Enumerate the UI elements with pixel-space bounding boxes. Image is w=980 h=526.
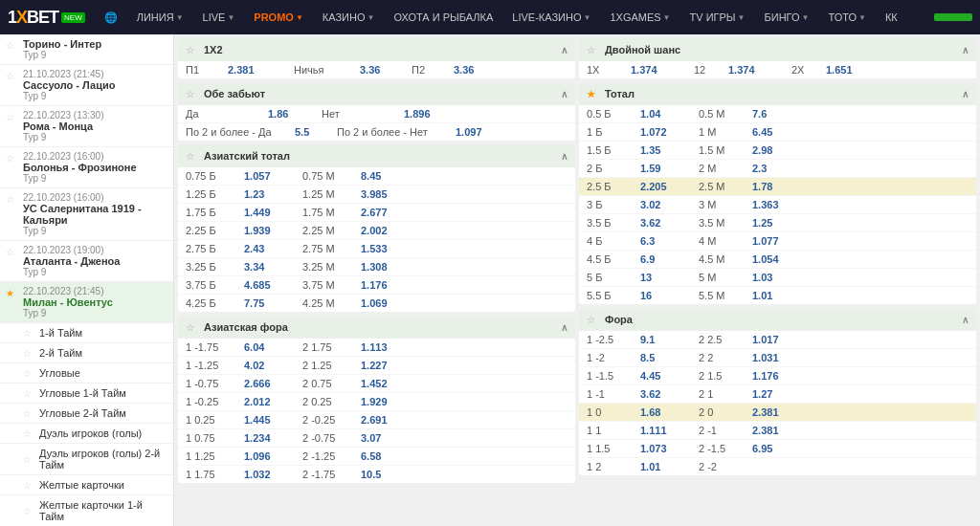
sidebar-section-yellow1[interactable]: ☆ Желтые карточки 1-й Тайм (0, 495, 173, 526)
star-icon-duel[interactable]: ☆ (23, 428, 32, 439)
star-icon-dvoynoy[interactable]: ☆ (587, 45, 595, 55)
dvoynoy-2x-value[interactable]: 1.651 (826, 64, 883, 76)
fora-val1[interactable]: 1.073 (640, 443, 693, 454)
star-icon-obe[interactable]: ☆ (186, 89, 194, 99)
total-val1[interactable]: 1.59 (640, 163, 693, 174)
total-val1[interactable]: 6.3 (640, 235, 693, 247)
total-val2[interactable]: 2.98 (752, 144, 805, 156)
1x2-nichya-value[interactable]: 3.36 (360, 64, 408, 76)
aztotal-val1[interactable]: 1.057 (244, 170, 297, 182)
star-icon-sassulo[interactable]: ☆ (6, 71, 14, 81)
star-icon-torino[interactable]: ☆ (6, 40, 14, 51)
sidebar-section-duel[interactable]: ☆ Дуэль игроков (голы) (0, 424, 173, 444)
aztotal-val2[interactable]: 1.533 (361, 243, 413, 254)
nav-casino[interactable]: КАЗИНО ▼ (315, 0, 383, 34)
total-val1[interactable]: 1.072 (640, 126, 693, 138)
fora-val1[interactable]: 3.62 (640, 388, 693, 400)
star-icon-salern[interactable]: ☆ (6, 194, 14, 205)
fora-val1[interactable]: 4.45 (640, 370, 693, 382)
azfora-val1[interactable]: 2.666 (244, 378, 297, 389)
fora-val2[interactable]: 2.381 (752, 406, 805, 418)
star-icon-atalanta[interactable]: ☆ (6, 247, 14, 257)
star-icon-uglovye1[interactable]: ☆ (23, 388, 32, 399)
aztotal-val2[interactable]: 2.002 (361, 225, 413, 236)
fora-val1[interactable]: 9.1 (640, 334, 693, 345)
star-icon-1taym[interactable]: ☆ (23, 328, 32, 339)
nav-ohota[interactable]: ОХОТА И РЫБАЛКА (386, 0, 501, 34)
azfora-val2[interactable]: 2.691 (361, 414, 413, 426)
sidebar-section-1taym[interactable]: ☆ 1-й Тайм (0, 323, 173, 343)
star-icon-bolonia[interactable]: ☆ (6, 153, 14, 164)
sidebar-match-sassulo[interactable]: ☆ 21.10.2023 (21:45) Сассуоло - Лацио Ту… (0, 65, 173, 106)
total-val1[interactable]: 13 (640, 272, 693, 283)
collapse-aztotal-button[interactable]: ∧ (561, 151, 568, 162)
star-icon-fora[interactable]: ☆ (587, 315, 595, 325)
aztotal-val2[interactable]: 1.176 (361, 279, 413, 291)
total-val2[interactable]: 1.25 (752, 217, 805, 229)
collapse-fora-button[interactable]: ∧ (962, 315, 969, 325)
azfora-val1[interactable]: 4.02 (244, 360, 297, 371)
nav-kk[interactable]: КК (878, 0, 905, 34)
azfora-val2[interactable]: 10.5 (361, 469, 413, 480)
obe-po2da-value[interactable]: 5.5 (295, 126, 333, 138)
nav-live-casino[interactable]: LIVE-КАЗИНО ▼ (504, 0, 598, 34)
nav-live[interactable]: LIVE ▼ (195, 0, 243, 34)
star-icon-azfora[interactable]: ☆ (186, 322, 194, 333)
dvoynoy-1x-value[interactable]: 1.374 (631, 64, 688, 76)
aztotal-val1[interactable]: 1.449 (244, 207, 297, 218)
sidebar-section-yellow[interactable]: ☆ Желтые карточки (0, 475, 173, 495)
total-val2[interactable]: 1.054 (752, 253, 805, 265)
star-icon-milan[interactable]: ★ (6, 288, 14, 298)
star-icon-yellow[interactable]: ☆ (23, 480, 32, 491)
fora-val1[interactable]: 1.68 (640, 406, 693, 418)
nav-1xgames[interactable]: 1XGAMES ▼ (602, 0, 678, 34)
sidebar-section-uglovye2[interactable]: ☆ Угловые 2-й Тайм (0, 404, 173, 424)
total-val2[interactable]: 1.78 (752, 181, 805, 192)
aztotal-val2[interactable]: 2.677 (361, 207, 413, 218)
star-icon-2taym[interactable]: ☆ (23, 348, 32, 359)
azfora-val1[interactable]: 1.032 (244, 469, 297, 480)
azfora-val1[interactable]: 2.012 (244, 396, 297, 407)
aztotal-val1[interactable]: 1.939 (244, 225, 297, 236)
nav-toto[interactable]: ТОТО ▼ (820, 0, 873, 34)
total-val2[interactable]: 6.45 (752, 126, 805, 138)
total-val2[interactable]: 1.03 (752, 272, 805, 283)
aztotal-val1[interactable]: 1.23 (244, 188, 297, 200)
aztotal-val2[interactable]: 1.308 (361, 261, 413, 273)
sidebar-match-atalanta[interactable]: ☆ 22.10.2023 (19:00) Аталанта - Дженоа Т… (0, 241, 173, 282)
total-val1[interactable]: 2.205 (640, 181, 693, 192)
collapse-dvoynoy-button[interactable]: ∧ (962, 45, 969, 55)
total-val1[interactable]: 16 (640, 290, 693, 301)
sidebar-match-bolonia[interactable]: ☆ 22.10.2023 (16:00) Болонья - Фрозиноне… (0, 147, 173, 188)
total-val2[interactable]: 7.6 (752, 108, 805, 120)
aztotal-val2[interactable]: 1.069 (361, 297, 413, 309)
1x2-p1-value[interactable]: 2.381 (228, 64, 290, 76)
azfora-val1[interactable]: 1.096 (244, 450, 297, 462)
aztotal-val1[interactable]: 4.685 (244, 279, 297, 291)
aztotal-val1[interactable]: 2.43 (244, 243, 297, 254)
fora-val1[interactable]: 1.111 (640, 425, 693, 436)
obe-net-value[interactable]: 1.896 (404, 108, 461, 120)
total-val2[interactable]: 1.077 (752, 235, 805, 247)
azfora-val1[interactable]: 1.445 (244, 414, 297, 426)
star-icon-uglovye2[interactable]: ☆ (23, 408, 32, 419)
total-val1[interactable]: 1.35 (640, 144, 693, 156)
fora-val2[interactable]: 1.017 (752, 334, 805, 345)
sidebar-section-2taym[interactable]: ☆ 2-й Тайм (0, 343, 173, 363)
total-val2[interactable]: 1.363 (752, 199, 805, 210)
1x2-p2-value[interactable]: 3.36 (454, 64, 516, 76)
aztotal-val1[interactable]: 7.75 (244, 297, 297, 309)
sidebar-match-milan[interactable]: ★ 22.10.2023 (21:45) Милан - Ювентус Тур… (0, 282, 173, 323)
azfora-val1[interactable]: 1.234 (244, 432, 297, 444)
fora-val2[interactable]: 1.27 (752, 388, 805, 400)
dvoynoy-12-value[interactable]: 1.374 (728, 64, 786, 76)
star-icon-1x2[interactable]: ☆ (186, 45, 194, 55)
collapse-obe-button[interactable]: ∧ (561, 89, 568, 99)
logo[interactable]: 1XBET NEW (8, 8, 85, 28)
nav-liniya[interactable]: ЛИНИЯ ▼ (129, 0, 191, 34)
sidebar-match-salern[interactable]: ☆ 22.10.2023 (16:00) УС Салернитана 1919… (0, 188, 173, 241)
total-val1[interactable]: 1.04 (640, 108, 693, 120)
fora-val1[interactable]: 8.5 (640, 352, 693, 363)
total-val1[interactable]: 3.02 (640, 199, 693, 210)
aztotal-val2[interactable]: 3.985 (361, 188, 413, 200)
